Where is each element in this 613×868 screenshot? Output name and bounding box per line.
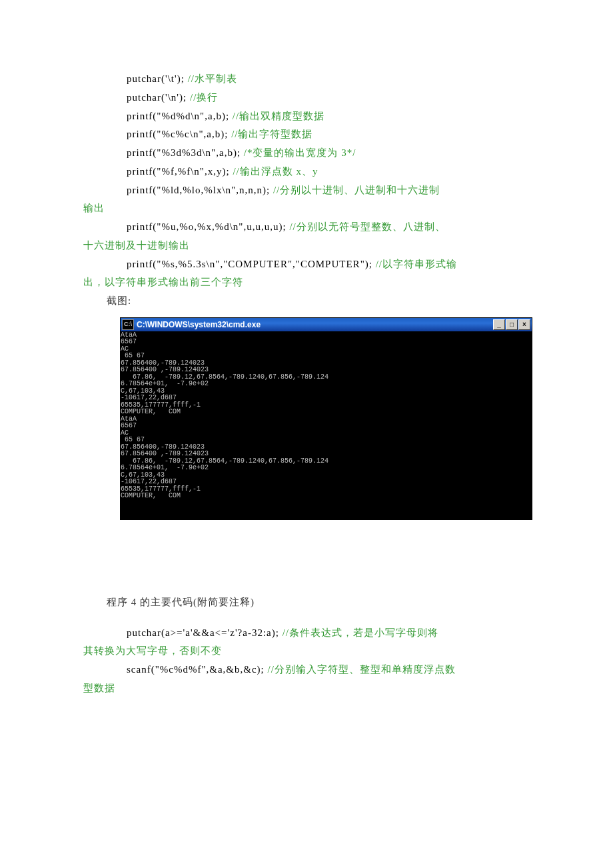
- code-text: printf("%u,%o,%x,%d\n",u,u,u,u);: [127, 221, 289, 232]
- code-text: printf("%d%d\n",a,b);: [127, 111, 233, 121]
- code-line: 输出: [83, 199, 530, 218]
- code-text: putchar('\n');: [127, 92, 190, 103]
- comment-text: //输出浮点数 x、y: [233, 166, 318, 177]
- code-text: scanf("%c%d%f",&a,&b,&c);: [127, 664, 268, 675]
- code-text: putchar(a>='a'&&a<='z'?a-32:a);: [127, 627, 283, 638]
- code-line: putchar('\t'); //水平制表: [83, 70, 530, 89]
- maximize-button[interactable]: □: [506, 319, 518, 330]
- spacer: [83, 540, 530, 593]
- comment-text: 十六进制及十进制输出: [83, 240, 190, 251]
- code-line: putchar(a>='a'&&a<='z'?a-32:a); //条件表达式，…: [83, 624, 530, 643]
- code-text: printf("%ld,%lo,%lx\n",n,n,n);: [127, 185, 273, 195]
- comment-text: 输出: [83, 203, 105, 213]
- window-controls: _ □ ×: [493, 319, 530, 330]
- comment-text: 其转换为大写字母，否则不变: [83, 645, 222, 656]
- comment-text: //分别输入字符型、整型和单精度浮点数: [268, 664, 456, 675]
- code-line: printf("%c%c\n",a,b); //输出字符型数据: [83, 125, 530, 144]
- code-line: 其转换为大写字母，否则不变: [83, 642, 530, 661]
- code-line: printf("%s,%5.3s\n","COMPUTER","COMPUTER…: [83, 255, 530, 274]
- code-line: 出，以字符串形式输出前三个字符: [83, 273, 530, 292]
- minimize-button[interactable]: _: [493, 319, 505, 330]
- code-line: printf("%3d%3d\n",a,b); /*变量的输出宽度为 3*/: [83, 144, 530, 163]
- code-text: putchar('\t');: [127, 73, 188, 84]
- titlebar: C:\ C:\WINDOWS\system32\cmd.exe _ □ ×: [121, 318, 532, 331]
- comment-text: /*变量的输出宽度为 3*/: [244, 147, 356, 158]
- comment-text: //水平制表: [188, 73, 237, 84]
- code-line: 十六进制及十进制输出: [83, 237, 530, 255]
- code-text: printf("%3d%3d\n",a,b);: [127, 147, 244, 158]
- terminal-screenshot: C:\ C:\WINDOWS\system32\cmd.exe _ □ × At…: [120, 317, 530, 520]
- comment-text: //分别以无符号型整数、八进制、: [289, 221, 445, 232]
- section-label: 程序 4 的主要代码(附简要注释): [83, 593, 530, 612]
- comment-text: //以字符串形式输: [376, 259, 457, 269]
- code-text: printf("%c%c\n",a,b);: [127, 129, 231, 139]
- comment-text: //换行: [190, 92, 218, 103]
- code-line: printf("%ld,%lo,%lx\n",n,n,n); //分别以十进制、…: [83, 181, 530, 200]
- code-text: printf("%s,%5.3s\n","COMPUTER","COMPUTER…: [127, 259, 376, 269]
- code-line: 型数据: [83, 679, 530, 698]
- code-line: putchar('\n'); //换行: [83, 89, 530, 107]
- cmd-icon: C:\: [122, 319, 134, 330]
- comment-text: 出，以字符串形式输出前三个字符: [83, 277, 243, 287]
- terminal-window: C:\ C:\WINDOWS\system32\cmd.exe _ □ × At…: [120, 317, 532, 520]
- window-title: C:\WINDOWS\system32\cmd.exe: [137, 317, 493, 332]
- code-block-1: putchar('\t'); //水平制表 putchar('\n'); //换…: [83, 70, 530, 292]
- comment-text: //分别以十进制、八进制和十六进制: [273, 185, 440, 195]
- document-page: putchar('\t'); //水平制表 putchar('\n'); //换…: [0, 0, 613, 738]
- code-line: printf("%f,%f\n",x,y); //输出浮点数 x、y: [83, 163, 530, 181]
- comment-text: 型数据: [83, 683, 115, 693]
- comment-text: //输出字符型数据: [231, 129, 312, 139]
- code-line: scanf("%c%d%f",&a,&b,&c); //分别输入字符型、整型和单…: [83, 661, 530, 679]
- terminal-output: AtaA 6567 AC 65 67 67.856400,-789.124023…: [121, 331, 532, 519]
- screenshot-label: 截图:: [83, 292, 530, 311]
- code-block-2: putchar(a>='a'&&a<='z'?a-32:a); //条件表达式，…: [83, 624, 530, 698]
- spacer: [83, 612, 530, 624]
- close-button[interactable]: ×: [518, 319, 530, 330]
- comment-text: //输出双精度型数据: [233, 111, 324, 121]
- code-text: printf("%f,%f\n",x,y);: [127, 166, 233, 177]
- code-line: printf("%d%d\n",a,b); //输出双精度型数据: [83, 107, 530, 126]
- code-line: printf("%u,%o,%x,%d\n",u,u,u,u); //分别以无符…: [83, 218, 530, 237]
- comment-text: //条件表达式，若是小写字母则将: [283, 627, 438, 638]
